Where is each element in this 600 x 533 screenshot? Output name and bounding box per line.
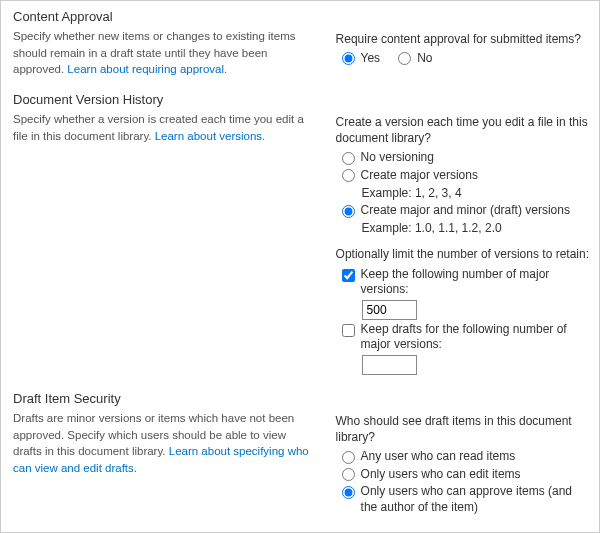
section-left: Content Approval Specify whether new ite… xyxy=(13,9,336,78)
version-major-label: Create major versions xyxy=(361,168,478,184)
content-approval-options: Yes No xyxy=(342,51,589,67)
draft-any-label: Any user who can read items xyxy=(361,449,516,465)
draft-any-radio[interactable] xyxy=(342,451,355,464)
learn-approval-link[interactable]: Learn about requiring approval. xyxy=(67,63,227,75)
section-version-history: Document Version History Specify whether… xyxy=(13,92,589,377)
content-approval-title: Content Approval xyxy=(13,9,316,24)
keep-drafts-row: Keep drafts for the following number of … xyxy=(342,322,589,353)
settings-panel: Content Approval Specify whether new ite… xyxy=(0,0,600,533)
version-none-row: No versioning xyxy=(342,150,589,166)
section-left: Document Version History Specify whether… xyxy=(13,92,336,377)
draft-approve-label: Only users who can approve items (and th… xyxy=(361,484,589,515)
version-question: Create a version each time you edit a fi… xyxy=(336,114,589,146)
keep-major-label: Keep the following number of major versi… xyxy=(361,267,589,298)
section-draft-security: Draft Item Security Drafts are minor ver… xyxy=(13,391,589,518)
section-right: Who should see draft items in this docum… xyxy=(336,391,589,518)
version-majorminor-row: Create major and minor (draft) versions xyxy=(342,203,589,219)
draft-edit-radio[interactable] xyxy=(342,468,355,481)
section-right: Create a version each time you edit a fi… xyxy=(336,92,589,377)
version-major-example: Example: 1, 2, 3, 4 xyxy=(362,186,589,202)
keep-major-checkbox[interactable] xyxy=(342,269,355,282)
approval-no-row: No xyxy=(398,51,432,67)
version-majorminor-radio[interactable] xyxy=(342,205,355,218)
limit-question: Optionally limit the number of versions … xyxy=(336,246,589,262)
content-approval-desc: Specify whether new items or changes to … xyxy=(13,28,316,78)
keep-drafts-label: Keep drafts for the following number of … xyxy=(361,322,589,353)
draft-edit-row: Only users who can edit items xyxy=(342,467,589,483)
draft-security-desc: Drafts are minor versions or items which… xyxy=(13,410,316,477)
approval-yes-row: Yes xyxy=(342,51,381,67)
draft-any-row: Any user who can read items xyxy=(342,449,589,465)
draft-question: Who should see draft items in this docum… xyxy=(336,413,589,445)
learn-versions-link[interactable]: Learn about versions. xyxy=(155,130,266,142)
section-content-approval: Content Approval Specify whether new ite… xyxy=(13,9,589,78)
keep-major-row: Keep the following number of major versi… xyxy=(342,267,589,298)
version-none-radio[interactable] xyxy=(342,152,355,165)
version-history-title: Document Version History xyxy=(13,92,316,107)
approval-yes-label: Yes xyxy=(361,51,381,67)
version-history-desc: Specify whether a version is created eac… xyxy=(13,111,316,144)
content-approval-question: Require content approval for submitted i… xyxy=(336,31,589,47)
keep-drafts-input-wrap xyxy=(362,355,589,375)
keep-major-input[interactable] xyxy=(362,300,417,320)
version-major-row: Create major versions xyxy=(342,168,589,184)
keep-drafts-input[interactable] xyxy=(362,355,417,375)
keep-drafts-checkbox[interactable] xyxy=(342,324,355,337)
draft-edit-label: Only users who can edit items xyxy=(361,467,521,483)
version-majorminor-label: Create major and minor (draft) versions xyxy=(361,203,570,219)
version-major-radio[interactable] xyxy=(342,169,355,182)
keep-major-input-wrap xyxy=(362,300,589,320)
draft-security-title: Draft Item Security xyxy=(13,391,316,406)
section-right: Require content approval for submitted i… xyxy=(336,9,589,78)
version-majorminor-example: Example: 1.0, 1.1, 1.2, 2.0 xyxy=(362,221,589,237)
approval-no-radio[interactable] xyxy=(398,52,411,65)
section-left: Draft Item Security Drafts are minor ver… xyxy=(13,391,336,518)
approval-no-label: No xyxy=(417,51,432,67)
approval-yes-radio[interactable] xyxy=(342,52,355,65)
draft-approve-row: Only users who can approve items (and th… xyxy=(342,484,589,515)
version-none-label: No versioning xyxy=(361,150,434,166)
draft-approve-radio[interactable] xyxy=(342,486,355,499)
